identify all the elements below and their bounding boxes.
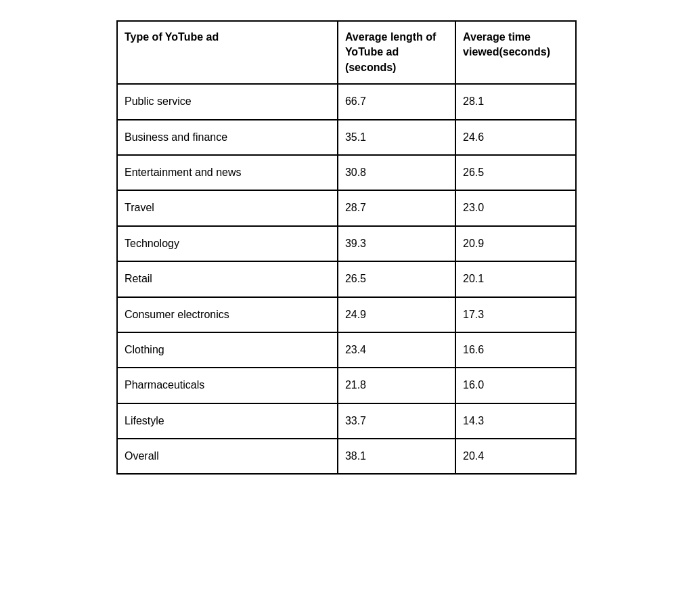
cell-type: Lifestyle: [117, 403, 338, 439]
table-row: Overall38.120.4: [117, 439, 576, 474]
youtube-ads-table: Type of YoTube ad Average length of YoTu…: [116, 20, 577, 475]
cell-avg-time: 20.4: [455, 439, 576, 474]
table-row: Clothing23.416.6: [117, 332, 576, 368]
table-row: Travel28.723.0: [117, 190, 576, 225]
cell-avg-length: 24.9: [338, 297, 455, 332]
cell-type: Entertainment and news: [117, 155, 338, 190]
cell-avg-length: 66.7: [338, 84, 455, 119]
cell-avg-time: 20.1: [455, 261, 576, 296]
cell-type: Clothing: [117, 332, 338, 368]
header-type: Type of YoTube ad: [117, 21, 338, 84]
cell-avg-time: 14.3: [455, 403, 576, 439]
table-row: Public service66.728.1: [117, 84, 576, 119]
table-row: Pharmaceuticals21.816.0: [117, 368, 576, 403]
header-avg-length: Average length of YoTube ad (seconds): [338, 21, 455, 84]
cell-avg-length: 30.8: [338, 155, 455, 190]
cell-avg-length: 26.5: [338, 261, 455, 296]
table-row: Technology39.320.9: [117, 226, 576, 261]
cell-avg-time: 16.6: [455, 332, 576, 368]
cell-avg-time: 28.1: [455, 84, 576, 119]
table-row: Retail26.520.1: [117, 261, 576, 296]
cell-type: Overall: [117, 439, 338, 474]
table-row: Lifestyle33.714.3: [117, 403, 576, 439]
cell-avg-time: 26.5: [455, 155, 576, 190]
cell-type: Travel: [117, 190, 338, 225]
header-avg-time: Average time viewed(seconds): [455, 21, 576, 84]
cell-avg-length: 23.4: [338, 332, 455, 368]
table-row: Entertainment and news30.826.5: [117, 155, 576, 190]
cell-type: Business and finance: [117, 120, 338, 155]
cell-avg-time: 23.0: [455, 190, 576, 225]
cell-avg-length: 39.3: [338, 226, 455, 261]
cell-type: Public service: [117, 84, 338, 119]
cell-type: Technology: [117, 226, 338, 261]
cell-type: Consumer electronics: [117, 297, 338, 332]
table-row: Business and finance35.124.6: [117, 120, 576, 155]
cell-avg-time: 17.3: [455, 297, 576, 332]
cell-type: Retail: [117, 261, 338, 296]
cell-avg-length: 28.7: [338, 190, 455, 225]
cell-avg-length: 33.7: [338, 403, 455, 439]
main-table-container: Type of YoTube ad Average length of YoTu…: [116, 20, 577, 475]
cell-avg-time: 16.0: [455, 368, 576, 403]
cell-avg-length: 38.1: [338, 439, 455, 474]
cell-avg-length: 21.8: [338, 368, 455, 403]
cell-type: Pharmaceuticals: [117, 368, 338, 403]
table-header-row: Type of YoTube ad Average length of YoTu…: [117, 21, 576, 84]
cell-avg-length: 35.1: [338, 120, 455, 155]
table-row: Consumer electronics24.917.3: [117, 297, 576, 332]
cell-avg-time: 20.9: [455, 226, 576, 261]
cell-avg-time: 24.6: [455, 120, 576, 155]
